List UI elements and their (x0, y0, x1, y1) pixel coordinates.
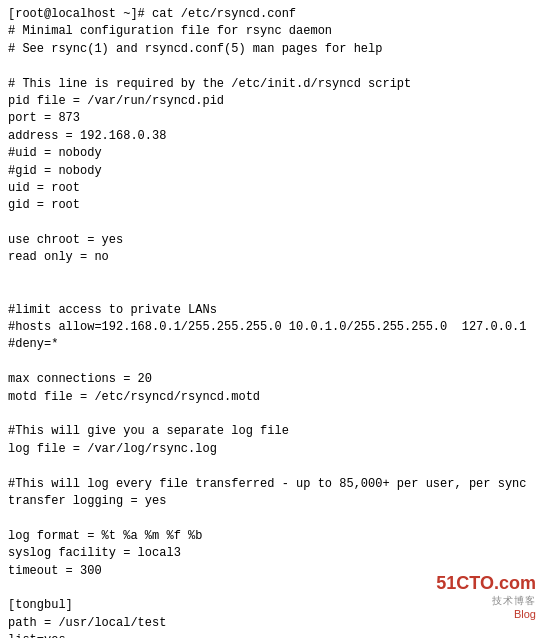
terminal-window: [root@localhost ~]# cat /etc/rsyncd.conf… (0, 0, 544, 638)
terminal-line: #deny=* (8, 336, 536, 353)
watermark-blog: Blog (436, 608, 536, 620)
terminal-line (8, 215, 536, 232)
terminal-line (8, 58, 536, 75)
terminal-line (8, 354, 536, 371)
terminal-line: #hosts allow=192.168.0.1/255.255.255.0 1… (8, 319, 536, 336)
terminal-line: # This line is required by the /etc/init… (8, 76, 536, 93)
terminal-line: read only = no (8, 249, 536, 266)
terminal-line: #This will log every file transferred - … (8, 476, 536, 493)
terminal-line: port = 873 (8, 110, 536, 127)
terminal-line: # See rsync(1) and rsyncd.conf(5) man pa… (8, 41, 536, 58)
terminal-content: [root@localhost ~]# cat /etc/rsyncd.conf… (8, 6, 536, 638)
terminal-line: #uid = nobody (8, 145, 536, 162)
terminal-line: log format = %t %a %m %f %b (8, 528, 536, 545)
terminal-line: max connections = 20 (8, 371, 536, 388)
watermark-sub: 技术博客 (436, 594, 536, 608)
terminal-line: address = 192.168.0.38 (8, 128, 536, 145)
terminal-line: #This will give you a separate log file (8, 423, 536, 440)
terminal-line: motd file = /etc/rsyncd/rsyncd.motd (8, 389, 536, 406)
watermark-url: 51CTO.com (436, 573, 536, 594)
terminal-line: transfer logging = yes (8, 493, 536, 510)
terminal-line (8, 267, 536, 284)
terminal-line: [root@localhost ~]# cat /etc/rsyncd.conf (8, 6, 536, 23)
terminal-line: # Minimal configuration file for rsync d… (8, 23, 536, 40)
terminal-line: use chroot = yes (8, 232, 536, 249)
terminal-line (8, 284, 536, 301)
terminal-line: syslog facility = local3 (8, 545, 536, 562)
terminal-line (8, 458, 536, 475)
terminal-line: #limit access to private LANs (8, 302, 536, 319)
terminal-line: pid file = /var/run/rsyncd.pid (8, 93, 536, 110)
terminal-line: #gid = nobody (8, 163, 536, 180)
terminal-line (8, 510, 536, 527)
terminal-line (8, 406, 536, 423)
terminal-line: log file = /var/log/rsync.log (8, 441, 536, 458)
terminal-line: uid = root (8, 180, 536, 197)
terminal-line: list=yes (8, 632, 536, 638)
terminal-line: gid = root (8, 197, 536, 214)
watermark: 51CTO.com 技术博客 Blog (436, 573, 536, 620)
